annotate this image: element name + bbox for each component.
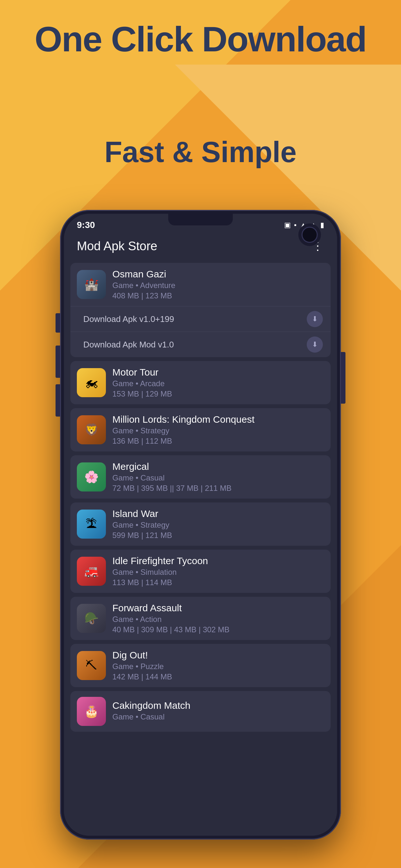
app-info: Osman Gazi Game • Adventure 408 MB | 123… xyxy=(112,269,324,300)
page-subtitle: Fast & Simple xyxy=(0,135,401,169)
app-icon: 🦁 xyxy=(77,415,106,444)
app-size: 113 MB | 114 MB xyxy=(112,578,324,587)
phone-button-vol-up xyxy=(56,345,60,378)
app-size: 142 MB | 144 MB xyxy=(112,672,324,681)
app-toolbar: Mod Apk Store ⋮ xyxy=(64,233,337,259)
list-item[interactable]: 🚒 Idle Firefighter Tycoon Game • Simulat… xyxy=(70,550,331,593)
phone-button-mute xyxy=(56,313,60,333)
list-item[interactable]: 🏍 Motor Tour Game • Arcade 153 MB | 129 … xyxy=(70,361,331,404)
app-category: Game • Casual xyxy=(112,712,324,721)
download-label: Download Apk v1.0+199 xyxy=(83,314,174,324)
app-list: 🏰 Osman Gazi Game • Adventure 408 MB | 1… xyxy=(64,259,337,836)
download-row[interactable]: Download Apk Mod v1.0 ⬇ xyxy=(70,332,331,357)
app-size: 599 MB | 121 MB xyxy=(112,531,324,540)
sim-icon: ▣ xyxy=(284,221,291,229)
app-name: Million Lords: Kingdom Conquest xyxy=(112,414,324,425)
app-icon: 🌸 xyxy=(77,462,106,492)
app-icon: 🏝 xyxy=(77,509,106,538)
app-name: Motor Tour xyxy=(112,367,324,378)
app-name: Dig Out! xyxy=(112,650,324,661)
list-item[interactable]: 🏝 Island War Game • Strategy 599 MB | 12… xyxy=(70,502,331,546)
sd-icon: ▪ xyxy=(294,221,297,229)
app-info: Forward Assault Game • Action 40 MB | 30… xyxy=(112,602,324,634)
app-info: Motor Tour Game • Arcade 153 MB | 129 MB xyxy=(112,367,324,399)
app-icon: 🚒 xyxy=(77,557,106,586)
app-icon: 🪖 xyxy=(77,604,106,633)
download-mod-label: Download Apk Mod v1.0 xyxy=(83,340,174,350)
app-category: Game • Action xyxy=(112,615,324,624)
app-category: Game • Strategy xyxy=(112,521,324,530)
list-item[interactable]: ⛏ Dig Out! Game • Puzzle 142 MB | 144 MB xyxy=(70,644,331,687)
app-category: Game • Strategy xyxy=(112,426,324,435)
app-name: Idle Firefighter Tycoon xyxy=(112,555,324,566)
phone-mockup: 9:30 ▣ ▪ ▲ ▲ ▮ Mod Apk Store ⋮ xyxy=(60,210,341,840)
app-info: Cakingdom Match Game • Casual xyxy=(112,700,324,723)
phone-notch xyxy=(168,214,233,225)
app-icon: 🏍 xyxy=(77,368,106,397)
app-name: Mergical xyxy=(112,461,324,472)
list-item[interactable]: 🎂 Cakingdom Match Game • Casual xyxy=(70,691,331,732)
page-title: One Click Download xyxy=(0,20,401,58)
app-name: Island War xyxy=(112,508,324,519)
app-icon: 🎂 xyxy=(77,697,106,726)
list-item[interactable]: 🏰 Osman Gazi Game • Adventure 408 MB | 1… xyxy=(70,263,331,357)
app-category: Game • Puzzle xyxy=(112,662,324,671)
app-title: Mod Apk Store xyxy=(77,239,157,253)
app-size: 72 MB | 395 MB || 37 MB | 211 MB xyxy=(112,484,324,493)
app-size: 40 MB | 309 MB | 43 MB | 302 MB xyxy=(112,625,324,634)
app-category: Game • Casual xyxy=(112,473,324,483)
app-size: 153 MB | 129 MB xyxy=(112,390,324,399)
battery-icon: ▮ xyxy=(320,221,324,229)
download-mod-button[interactable]: ⬇ xyxy=(307,337,323,352)
status-time: 9:30 xyxy=(77,220,95,230)
list-item[interactable]: 🌸 Mergical Game • Casual 72 MB | 395 MB … xyxy=(70,455,331,499)
app-category: Game • Arcade xyxy=(112,379,324,388)
phone-button-vol-down xyxy=(56,384,60,416)
list-item[interactable]: 🪖 Forward Assault Game • Action 40 MB | … xyxy=(70,597,331,640)
app-info: Mergical Game • Casual 72 MB | 395 MB ||… xyxy=(112,461,324,493)
app-icon: 🏰 xyxy=(77,270,106,299)
app-name: Forward Assault xyxy=(112,602,324,614)
app-info: Million Lords: Kingdom Conquest Game • S… xyxy=(112,414,324,445)
list-item[interactable]: 🦁 Million Lords: Kingdom Conquest Game •… xyxy=(70,408,331,452)
app-size: 136 MB | 112 MB xyxy=(112,437,324,445)
app-icon: ⛏ xyxy=(77,651,106,680)
app-name: Osman Gazi xyxy=(112,269,324,280)
download-button[interactable]: ⬇ xyxy=(307,311,323,327)
app-name: Cakingdom Match xyxy=(112,700,324,711)
app-size: 408 MB | 123 MB xyxy=(112,291,324,300)
app-info: Idle Firefighter Tycoon Game • Simulatio… xyxy=(112,555,324,587)
app-info: Island War Game • Strategy 599 MB | 121 … xyxy=(112,508,324,540)
download-row[interactable]: Download Apk v1.0+199 ⬇ xyxy=(70,306,331,332)
app-category: Game • Simulation xyxy=(112,568,324,577)
phone-button-power xyxy=(341,352,345,404)
app-category: Game • Adventure xyxy=(112,281,324,290)
app-info: Dig Out! Game • Puzzle 142 MB | 144 MB xyxy=(112,650,324,681)
phone-camera xyxy=(298,223,321,246)
